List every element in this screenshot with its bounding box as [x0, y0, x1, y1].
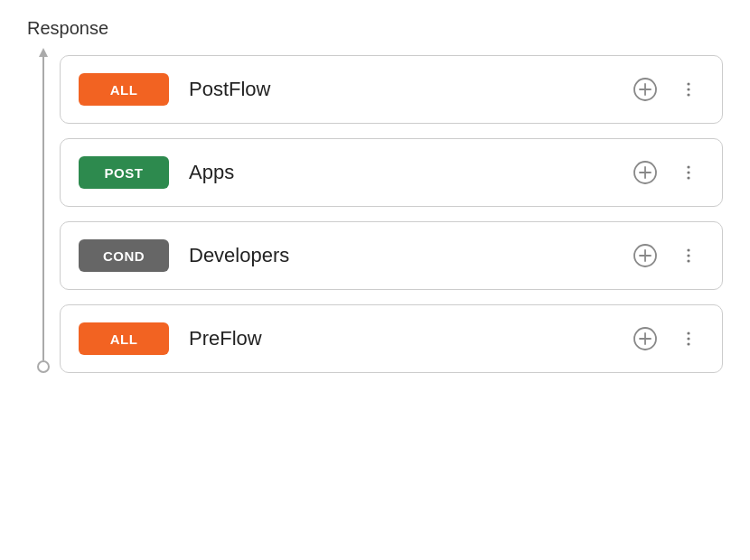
svg-point-9	[687, 165, 689, 168]
add-flow-button[interactable]	[630, 323, 661, 354]
svg-point-17	[687, 259, 689, 262]
flow-card: ALLPreFlow	[60, 304, 723, 373]
flow-card: POSTApps	[60, 138, 723, 207]
badge-cond: COND	[79, 239, 169, 272]
timeline-line	[42, 55, 44, 360]
flow-card-left: ALLPostFlow	[79, 73, 270, 106]
badge-post: POST	[79, 156, 169, 189]
svg-point-15	[687, 248, 689, 251]
flow-name: PreFlow	[189, 327, 262, 350]
svg-point-16	[687, 254, 689, 257]
svg-point-11	[687, 176, 689, 179]
add-flow-button[interactable]	[630, 240, 661, 271]
add-flow-button[interactable]	[630, 157, 661, 188]
flow-list: ALLPostFlow POSTApps CONDDevelopers ALLP…	[60, 55, 723, 373]
flow-card-left: POSTApps	[79, 156, 234, 189]
flow-name: Developers	[189, 244, 289, 267]
flow-card-right	[630, 240, 704, 271]
svg-point-21	[687, 331, 689, 334]
flow-card-left: ALLPreFlow	[79, 322, 262, 355]
flow-card-right	[630, 74, 704, 105]
svg-point-3	[687, 82, 689, 85]
flow-card-left: CONDDevelopers	[79, 239, 289, 272]
badge-all: ALL	[79, 322, 169, 355]
flow-card: CONDDevelopers	[60, 221, 723, 290]
more-options-button[interactable]	[673, 240, 704, 271]
flow-card-right	[630, 323, 704, 354]
more-options-button[interactable]	[673, 74, 704, 105]
timeline-circle	[37, 360, 50, 373]
svg-point-10	[687, 171, 689, 173]
flow-name: PostFlow	[189, 78, 270, 101]
svg-point-23	[687, 342, 689, 345]
more-options-button[interactable]	[673, 323, 704, 354]
svg-point-22	[687, 337, 689, 340]
more-options-button[interactable]	[673, 157, 704, 188]
flow-name: Apps	[189, 161, 234, 184]
add-flow-button[interactable]	[630, 74, 661, 105]
flow-card: ALLPostFlow	[60, 55, 723, 124]
flow-card-right	[630, 157, 704, 188]
svg-point-5	[687, 93, 689, 96]
svg-point-4	[687, 88, 689, 90]
page-title: Response	[27, 18, 723, 39]
badge-all: ALL	[79, 73, 169, 106]
timeline	[27, 55, 60, 373]
